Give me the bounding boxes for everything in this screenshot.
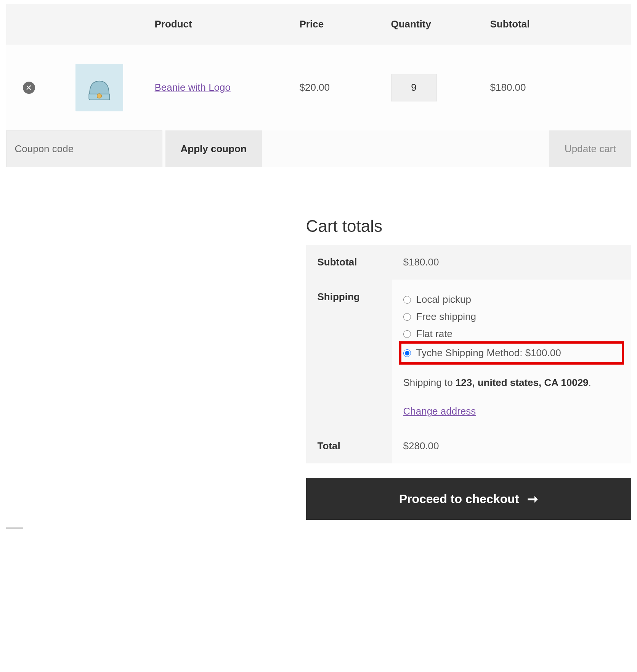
close-icon: ✕ bbox=[26, 84, 32, 92]
subtotal-value: $180.00 bbox=[392, 245, 631, 280]
coupon-code-input[interactable] bbox=[6, 130, 162, 167]
col-remove bbox=[6, 4, 52, 45]
beanie-icon bbox=[83, 71, 116, 104]
shipping-label: Shipping bbox=[306, 280, 392, 429]
product-thumbnail[interactable] bbox=[75, 64, 123, 111]
col-thumb bbox=[52, 4, 147, 45]
radio-flat-rate[interactable] bbox=[403, 330, 411, 338]
shipping-option-label: Free shipping bbox=[416, 311, 477, 323]
shipping-option-tyche[interactable]: Tyche Shipping Method: $100.00 bbox=[400, 342, 623, 363]
shipping-option-label: Local pickup bbox=[416, 294, 472, 305]
total-label: Total bbox=[306, 429, 392, 463]
cart-page: Product Price Quantity Subtotal ✕ bbox=[6, 4, 631, 529]
spacer bbox=[265, 130, 546, 167]
shipping-option-label: Tyche Shipping Method: $100.00 bbox=[416, 347, 561, 359]
cart-totals-title: Cart totals bbox=[306, 217, 631, 236]
col-qty: Quantity bbox=[383, 4, 483, 45]
quantity-input[interactable] bbox=[391, 74, 437, 101]
cart-actions: Apply coupon Update cart bbox=[6, 130, 631, 167]
cart-totals: Cart totals Subtotal $180.00 Shipping Lo… bbox=[306, 217, 631, 520]
change-address-link[interactable]: Change address bbox=[403, 405, 476, 417]
item-price: $20.00 bbox=[292, 45, 383, 130]
shipping-to-prefix: Shipping to bbox=[403, 377, 456, 388]
radio-tyche-shipping[interactable] bbox=[403, 349, 411, 357]
cart-row: ✕ Beanie with Logo $20.00 bbox=[6, 45, 631, 130]
col-subtotal: Subtotal bbox=[483, 4, 631, 45]
totals-shipping-row: Shipping Local pickup Free shipping bbox=[306, 280, 631, 429]
apply-coupon-button[interactable]: Apply coupon bbox=[165, 130, 262, 167]
page-bottom-accent bbox=[6, 527, 23, 529]
arrow-right-icon: ➞ bbox=[527, 492, 538, 505]
total-value: $280.00 bbox=[392, 429, 631, 463]
remove-item-button[interactable]: ✕ bbox=[23, 82, 35, 94]
checkout-label: Proceed to checkout bbox=[399, 492, 519, 506]
cart-header-row: Product Price Quantity Subtotal bbox=[6, 4, 631, 45]
product-link[interactable]: Beanie with Logo bbox=[155, 82, 231, 93]
shipping-to-address: 123, united states, CA 10029 bbox=[456, 377, 589, 388]
col-price: Price bbox=[292, 4, 383, 45]
radio-free-shipping[interactable] bbox=[403, 313, 411, 321]
totals-total-row: Total $280.00 bbox=[306, 429, 631, 463]
cart-table: Product Price Quantity Subtotal ✕ bbox=[6, 4, 631, 130]
shipping-option-free[interactable]: Free shipping bbox=[403, 308, 620, 325]
shipping-to-suffix: . bbox=[589, 377, 591, 388]
proceed-to-checkout-button[interactable]: Proceed to checkout ➞ bbox=[306, 478, 631, 520]
svg-point-0 bbox=[97, 94, 102, 98]
subtotal-label: Subtotal bbox=[306, 245, 392, 280]
shipping-option-label: Flat rate bbox=[416, 328, 452, 340]
col-product: Product bbox=[147, 4, 292, 45]
totals-table: Subtotal $180.00 Shipping Local pickup F… bbox=[306, 245, 631, 463]
shipping-options: Local pickup Free shipping Flat rate bbox=[403, 291, 620, 363]
totals-subtotal-row: Subtotal $180.00 bbox=[306, 245, 631, 280]
update-cart-button[interactable]: Update cart bbox=[549, 130, 631, 167]
shipping-option-local[interactable]: Local pickup bbox=[403, 291, 620, 308]
shipping-to-text: Shipping to 123, united states, CA 10029… bbox=[403, 375, 620, 390]
radio-local-pickup[interactable] bbox=[403, 296, 411, 304]
shipping-option-flat[interactable]: Flat rate bbox=[403, 325, 620, 342]
item-subtotal: $180.00 bbox=[483, 45, 631, 130]
